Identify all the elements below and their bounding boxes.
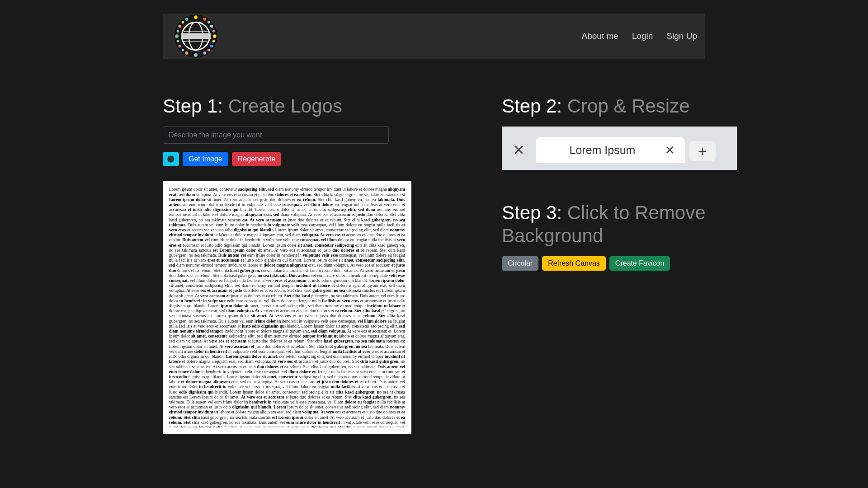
svg-point-18	[194, 53, 198, 57]
svg-point-9	[185, 18, 189, 21]
crop-close-all[interactable]: ✕	[502, 136, 536, 164]
step3-heading: Step 3: Click to Remove Background	[502, 202, 737, 247]
svg-point-15	[179, 45, 182, 48]
navbar: About me Login Sign Up	[163, 14, 705, 59]
circular-button[interactable]: Circular	[502, 256, 538, 271]
svg-point-22	[177, 30, 179, 33]
svg-point-11	[179, 25, 182, 28]
svg-point-25	[208, 49, 210, 52]
svg-rect-6	[181, 33, 211, 39]
svg-point-8	[203, 18, 207, 21]
get-image-button[interactable]: Get Image	[183, 152, 228, 166]
svg-point-16	[203, 52, 207, 55]
step1-title: Create Logos	[228, 95, 342, 117]
crop-tab-active[interactable]: Lorem Ipsum ✕	[536, 137, 685, 163]
svg-point-21	[212, 30, 215, 33]
plus-icon: +	[698, 142, 707, 160]
prompt-input[interactable]	[163, 127, 389, 144]
crop-resize-canvas[interactable]: ✕ Lorem Ipsum ✕ +	[502, 127, 737, 170]
svg-point-7	[194, 15, 198, 19]
svg-point-24	[177, 40, 179, 42]
close-icon: ✕	[513, 141, 525, 159]
settings-button[interactable]	[163, 152, 179, 166]
create-favicon-button[interactable]: Create Favicon	[609, 256, 670, 271]
step3-prefix: Step 3:	[502, 202, 567, 223]
step3-buttons: Circular Refresh Canvas Create Favicon	[502, 256, 737, 271]
step1-prefix: Step 1:	[163, 95, 228, 117]
svg-point-13	[175, 34, 179, 38]
svg-point-20	[182, 21, 184, 23]
lorem-text-content: Lorem ipsum dolor sit amet, consetetur s…	[169, 187, 405, 427]
gear-icon	[167, 155, 175, 163]
step2-prefix: Step 2:	[502, 95, 567, 117]
generated-image[interactable]: Lorem ipsum dolor sit amet, consetetur s…	[163, 181, 411, 434]
svg-point-17	[185, 52, 189, 55]
refresh-canvas-button[interactable]: Refresh Canvas	[542, 256, 606, 271]
svg-point-26	[182, 49, 184, 52]
close-tab-icon[interactable]: ✕	[665, 143, 675, 158]
step1-buttons: Get Image Regenerate	[163, 152, 479, 166]
nav-about[interactable]: About me	[582, 31, 618, 41]
step2-title: Crop & Resize	[567, 95, 690, 117]
nav-signup[interactable]: Sign Up	[666, 31, 697, 41]
globe-logo-icon	[171, 11, 221, 61]
svg-point-14	[210, 45, 213, 48]
svg-point-12	[213, 34, 217, 38]
crop-add-tab[interactable]: +	[689, 141, 716, 161]
regenerate-button[interactable]: Regenerate	[232, 152, 282, 166]
svg-point-23	[212, 40, 215, 42]
svg-point-19	[208, 21, 210, 23]
nav-login[interactable]: Login	[632, 31, 653, 41]
logo[interactable]	[171, 11, 221, 61]
nav-links: About me Login Sign Up	[582, 31, 697, 41]
crop-tab-label: Lorem Ipsum	[546, 144, 659, 157]
step1-heading: Step 1: Create Logos	[163, 95, 479, 117]
svg-point-10	[210, 25, 213, 28]
step2-heading: Step 2: Crop & Resize	[502, 95, 737, 117]
crop-tab-bar: ✕ Lorem Ipsum ✕ +	[502, 136, 737, 164]
